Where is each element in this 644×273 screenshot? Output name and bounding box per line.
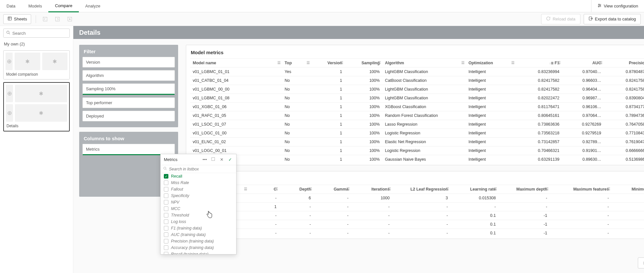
- sidebar-search-input[interactable]: [12, 31, 67, 36]
- column-menu-icon[interactable]: ☰: [494, 187, 497, 191]
- column-menu-icon[interactable]: ☰: [307, 61, 310, 65]
- col-algorithm[interactable]: Algorithm☰: [382, 59, 466, 68]
- filter-item-version[interactable]: Version: [82, 57, 175, 68]
- col-auc[interactable]: AUC☰: [562, 59, 604, 68]
- column-menu-icon[interactable]: ☰: [275, 187, 278, 191]
- table-row[interactable]: v01_GNBC_01_03No1100%Gaussian Naive Baye…: [190, 155, 644, 164]
- selection-back-icon[interactable]: [41, 15, 50, 24]
- listbox-option[interactable]: F1 (training data): [161, 225, 236, 231]
- col-minimum-child-samples[interactable]: Minimum child samples☰: [612, 185, 644, 194]
- table-row[interactable]: v01_XGBC_01_06No1100%XGBoost Classificat…: [190, 103, 644, 111]
- option-label: MCC: [171, 206, 180, 211]
- table-row[interactable]: v01_LGBMC_00_00No1100%LightGBM Classific…: [190, 85, 644, 94]
- listbox-option[interactable]: Precision (training data): [161, 238, 236, 244]
- table-row[interactable]: v01_LOGC_00_01No1100%Logistic Regression…: [190, 146, 644, 155]
- table-row[interactable]: v01_LGBMC_01_01-----0.1-1-20-: [190, 220, 644, 229]
- col-version[interactable]: Version☰: [311, 59, 345, 68]
- listbox-option[interactable]: MCC: [161, 205, 236, 212]
- col-maximum-depth[interactable]: Maximum depth☰: [498, 185, 550, 194]
- svg-rect-6: [8, 17, 12, 20]
- svg-line-16: [9, 33, 10, 34]
- option-label: NPV: [171, 200, 179, 205]
- table-row[interactable]: v01_LGBMC_01_08No1100%LightGBM Classific…: [190, 94, 644, 103]
- col-c[interactable]: C☰: [249, 185, 279, 194]
- popup-more-icon[interactable]: •••: [202, 157, 208, 162]
- table-row[interactable]: v01_CATBC_01_04No1100%CatBoost Classific…: [190, 76, 644, 85]
- column-menu-icon[interactable]: ☰: [545, 187, 549, 191]
- tab-models[interactable]: Models: [22, 0, 48, 12]
- col-sampling[interactable]: Sampling☰: [345, 59, 382, 68]
- filter-item-deployed[interactable]: Deployed: [82, 111, 175, 121]
- column-menu-icon[interactable]: ☰: [277, 61, 281, 65]
- tab-compare[interactable]: Compare: [48, 0, 79, 12]
- table-row[interactable]: v01_ELNC_01_02No1100%Elastic Net Regress…: [190, 138, 644, 146]
- thumb-label: Model comparison: [6, 70, 67, 77]
- listbox-option[interactable]: ✓Recall: [161, 173, 236, 180]
- export-data-button[interactable]: Export data to catalog: [584, 14, 641, 24]
- popup-select-tool-icon[interactable]: [210, 157, 216, 162]
- metrics-listbox-popup: Metrics ••• ✕ ✓ ✓RecallMiss RateFalloutS…: [160, 154, 237, 254]
- listbox-option[interactable]: Log loss: [161, 218, 236, 225]
- listbox-option[interactable]: Recall (training data): [161, 251, 236, 254]
- hyper-scroll[interactable]: Model name ↑≣☰C☰Depth☰Gamma☰Iterations☰L…: [190, 185, 644, 237]
- tab-data[interactable]: Data: [0, 0, 22, 12]
- col-gamma[interactable]: Gamma☰: [313, 185, 351, 194]
- col-learning-rate[interactable]: Learning rate☰: [450, 185, 498, 194]
- columns-item-metrics[interactable]: Metrics: [82, 144, 175, 155]
- column-menu-icon[interactable]: ☰: [244, 187, 247, 191]
- col-f1[interactable]: ↓≣ F1☰: [516, 59, 562, 68]
- sheet-thumb-details[interactable]: ⊕ ✱ ⊕ ✱ Details: [3, 82, 70, 131]
- sheets-button[interactable]: Sheets: [3, 14, 31, 24]
- table-row[interactable]: v01_LGBMC_01_01Yes1100%LightGBM Classifi…: [190, 68, 644, 76]
- table-row[interactable]: v01_LOGC_01_00No1100%Logistic Regression…: [190, 129, 644, 138]
- column-menu-icon[interactable]: ☰: [378, 61, 381, 65]
- selection-clear-icon[interactable]: [65, 15, 74, 24]
- column-menu-icon[interactable]: ☰: [599, 61, 602, 65]
- column-menu-icon[interactable]: ☰: [309, 187, 312, 191]
- table-row[interactable]: v01_LGBMC_01_08-----0.1-1-20-: [190, 229, 644, 238]
- col-optimization[interactable]: Optimization☰: [466, 59, 516, 68]
- col-top[interactable]: Top☰: [282, 59, 311, 68]
- table-row[interactable]: v01_CATBC_01_04-6-100030.015308----: [190, 194, 644, 203]
- tab-analyze[interactable]: Analyze: [79, 0, 107, 12]
- col-precision[interactable]: Precision☰: [604, 59, 644, 68]
- listbox-option[interactable]: Miss Rate: [161, 180, 236, 186]
- listbox-option[interactable]: Specificity: [161, 192, 236, 199]
- column-menu-icon[interactable]: ☰: [511, 61, 515, 65]
- checkbox-icon: [164, 232, 168, 237]
- column-menu-icon[interactable]: ☰: [346, 187, 350, 191]
- my-own-section[interactable]: My own (2): [3, 40, 70, 48]
- selection-forward-icon[interactable]: [53, 15, 62, 24]
- column-menu-icon[interactable]: ☰: [388, 187, 391, 191]
- popup-confirm-icon[interactable]: ✓: [227, 157, 233, 162]
- table-row[interactable]: v01_ELNC_01_021---------: [190, 203, 644, 211]
- listbox-option[interactable]: NPV: [161, 199, 236, 205]
- col-l2-leaf-regression[interactable]: L2 Leaf Regression☰: [392, 185, 451, 194]
- popup-cancel-icon[interactable]: ✕: [219, 157, 225, 162]
- view-configuration-top[interactable]: View configuration: [591, 0, 644, 12]
- table-row[interactable]: v01_LGBMC_00_00-----0.1-1-20-: [190, 211, 644, 220]
- popup-search-input[interactable]: [169, 167, 234, 171]
- filter-item-top-performer[interactable]: Top performer: [82, 97, 175, 108]
- col-depth[interactable]: Depth☰: [279, 185, 314, 194]
- column-menu-icon[interactable]: ☰: [461, 61, 465, 65]
- popup-option-list[interactable]: ✓RecallMiss RateFalloutSpecificityNPVMCC…: [161, 173, 236, 254]
- listbox-option[interactable]: Accuracy (training data): [161, 244, 236, 251]
- column-menu-icon[interactable]: ☰: [446, 187, 449, 191]
- col-model-name[interactable]: Model name☰: [190, 59, 282, 68]
- column-menu-icon[interactable]: ☰: [340, 61, 343, 65]
- listbox-option[interactable]: Fallout: [161, 186, 236, 192]
- col-maximum-features[interactable]: Maximum features☰: [550, 185, 612, 194]
- table-row[interactable]: v01_LSOC_01_07No1100%Lasso RegressionInt…: [190, 120, 644, 129]
- filter-item-sampling-100-[interactable]: Sampling 100%: [82, 83, 175, 95]
- column-menu-icon[interactable]: ☰: [557, 61, 561, 65]
- table-row[interactable]: v01_RAFC_01_05No1100%Random Forest Class…: [190, 111, 644, 120]
- listbox-option[interactable]: Threshold: [161, 212, 236, 218]
- column-menu-icon[interactable]: ☰: [607, 187, 610, 191]
- filter-item-algorithm[interactable]: Algorithm: [82, 70, 175, 81]
- col-iterations[interactable]: Iterations☰: [351, 185, 392, 194]
- checkbox-icon: [164, 200, 168, 205]
- listbox-option[interactable]: AUC (training data): [161, 231, 236, 238]
- sidebar-search[interactable]: [3, 29, 70, 38]
- sheet-thumb-model-comparison[interactable]: ⊕ ✱ ✱ Model comparison: [3, 50, 70, 80]
